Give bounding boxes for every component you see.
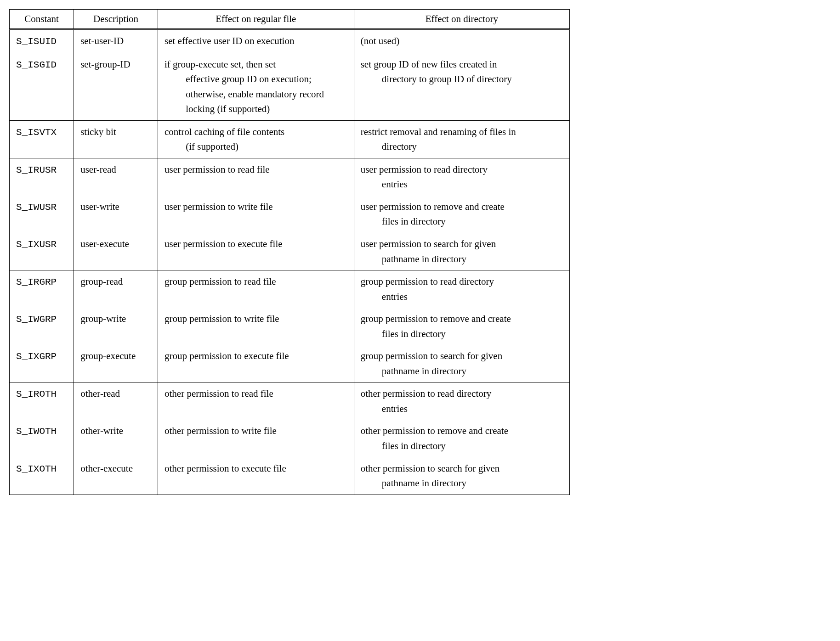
effect-dir-cont: files in directory <box>361 326 563 342</box>
cell-description: other-execute <box>74 457 158 495</box>
cell-effect-dir: other permission to search for givenpath… <box>354 457 569 495</box>
constant-code: S_IWGRP <box>16 314 57 325</box>
header-constant: Constant <box>10 10 74 29</box>
cell-effect-file: control caching of file contents(if supp… <box>158 120 354 158</box>
cell-effect-file: group permission to write file <box>158 308 354 345</box>
table-row: S_ISUIDset-user-IDset effective user ID … <box>10 29 570 53</box>
cell-effect-file: other permission to execute file <box>158 457 354 495</box>
effect-dir-cont: pathname in directory <box>361 476 563 491</box>
cell-effect-file: user permission to execute file <box>158 233 354 270</box>
effect-file-text: other permission to read file <box>165 388 273 399</box>
constant-code: S_ISVTX <box>16 127 57 138</box>
effect-dir-text: (not used) <box>361 35 400 46</box>
cell-description: user-execute <box>74 233 158 270</box>
cell-effect-dir: restrict removal and renaming of files i… <box>354 120 569 158</box>
cell-constant: S_IWOTH <box>10 420 74 457</box>
effect-file-text: if group-execute set, then set <box>165 59 276 70</box>
effect-dir-cont: files in directory <box>361 439 563 454</box>
effect-file-cont: effective group ID on execution; otherwi… <box>165 72 347 117</box>
effect-dir-text: set group ID of new files created in <box>361 59 497 70</box>
cell-constant: S_IXGRP <box>10 345 74 382</box>
cell-constant: S_IXUSR <box>10 233 74 270</box>
table-row: S_ISGIDset-group-IDif group-execute set,… <box>10 53 570 121</box>
constant-code: S_ISUID <box>16 36 57 47</box>
effect-dir-cont: pathname in directory <box>361 364 563 379</box>
table-row: S_IXUSRuser-executeuser permission to ex… <box>10 233 570 270</box>
table-row: S_ISVTXsticky bitcontrol caching of file… <box>10 120 570 158</box>
cell-description: sticky bit <box>74 120 158 158</box>
cell-constant: S_IWUSR <box>10 196 74 233</box>
effect-dir-text: user permission to search for given <box>361 238 496 249</box>
effect-file-text: control caching of file contents <box>165 126 284 137</box>
effect-dir-cont: files in directory <box>361 214 563 229</box>
cell-effect-dir: user permission to remove and createfile… <box>354 196 569 233</box>
header-effect-file: Effect on regular file <box>158 10 354 29</box>
cell-effect-file: other permission to write file <box>158 420 354 457</box>
cell-constant: S_ISGID <box>10 53 74 121</box>
cell-description: set-user-ID <box>74 29 158 53</box>
cell-effect-file: if group-execute set, then seteffective … <box>158 53 354 121</box>
effect-dir-text: group permission to read directory <box>361 276 494 287</box>
cell-description: group-read <box>74 270 158 308</box>
effect-dir-cont: entries <box>361 177 563 192</box>
cell-effect-file: user permission to read file <box>158 158 354 196</box>
effect-dir-cont: directory to group ID of directory <box>361 72 563 87</box>
table-row: S_IWOTHother-writeother permission to wr… <box>10 420 570 457</box>
constant-code: S_IRGRP <box>16 277 57 287</box>
effect-file-text: other permission to execute file <box>165 463 286 474</box>
table-row: S_IXGRPgroup-executegroup permission to … <box>10 345 570 382</box>
cell-description: other-read <box>74 382 158 420</box>
effect-file-text: user permission to write file <box>165 201 273 212</box>
constant-code: S_IXGRP <box>16 351 57 362</box>
header-effect-dir: Effect on directory <box>354 10 569 29</box>
constant-code: S_IRUSR <box>16 165 57 175</box>
cell-constant: S_ISUID <box>10 29 74 53</box>
effect-file-text: group permission to execute file <box>165 350 289 361</box>
effect-file-text: user permission to execute file <box>165 238 283 249</box>
constant-code: S_IROTH <box>16 389 57 399</box>
table-row: S_IXOTHother-executeother permission to … <box>10 457 570 495</box>
cell-effect-dir: other permission to remove and createfil… <box>354 420 569 457</box>
effect-file-text: other permission to write file <box>165 425 277 436</box>
constant-code: S_IXUSR <box>16 239 57 250</box>
table-row: S_IWGRPgroup-writegroup permission to wr… <box>10 308 570 345</box>
effect-dir-text: user permission to read directory <box>361 164 488 175</box>
effect-file-cont: (if supported) <box>165 139 347 154</box>
cell-effect-file: group permission to execute file <box>158 345 354 382</box>
cell-constant: S_IRGRP <box>10 270 74 308</box>
cell-effect-dir: (not used) <box>354 29 569 53</box>
cell-effect-dir: group permission to read directoryentrie… <box>354 270 569 308</box>
cell-description: user-write <box>74 196 158 233</box>
constant-code: S_IXOTH <box>16 464 57 474</box>
header-description: Description <box>74 10 158 29</box>
effect-dir-text: other permission to read directory <box>361 388 492 399</box>
table-row: S_IRUSRuser-readuser permission to read … <box>10 158 570 196</box>
cell-effect-file: other permission to read file <box>158 382 354 420</box>
effect-dir-text: group permission to remove and create <box>361 313 511 324</box>
cell-effect-file: group permission to read file <box>158 270 354 308</box>
cell-description: user-read <box>74 158 158 196</box>
cell-effect-dir: user permission to search for givenpathn… <box>354 233 569 270</box>
effect-dir-cont: pathname in directory <box>361 252 563 267</box>
effect-file-text: set effective user ID on execution <box>165 35 294 46</box>
constant-code: S_IWOTH <box>16 426 57 437</box>
cell-constant: S_ISVTX <box>10 120 74 158</box>
effect-file-text: user permission to read file <box>165 164 270 175</box>
table-row: S_IRGRPgroup-readgroup permission to rea… <box>10 270 570 308</box>
table-row: S_IWUSRuser-writeuser permission to writ… <box>10 196 570 233</box>
table-header-row: Constant Description Effect on regular f… <box>10 10 570 29</box>
cell-constant: S_IXOTH <box>10 457 74 495</box>
cell-effect-dir: set group ID of new files created indire… <box>354 53 569 121</box>
effect-dir-cont: entries <box>361 289 563 304</box>
cell-description: other-write <box>74 420 158 457</box>
cell-effect-dir: user permission to read directoryentries <box>354 158 569 196</box>
cell-constant: S_IRUSR <box>10 158 74 196</box>
cell-effect-dir: other permission to read directoryentrie… <box>354 382 569 420</box>
effect-dir-cont: directory <box>361 139 563 154</box>
cell-effect-file: set effective user ID on execution <box>158 29 354 53</box>
cell-description: group-execute <box>74 345 158 382</box>
cell-effect-dir: group permission to search for givenpath… <box>354 345 569 382</box>
cell-constant: S_IWGRP <box>10 308 74 345</box>
effect-file-text: group permission to read file <box>165 276 276 287</box>
effect-dir-text: restrict removal and renaming of files i… <box>361 126 516 137</box>
